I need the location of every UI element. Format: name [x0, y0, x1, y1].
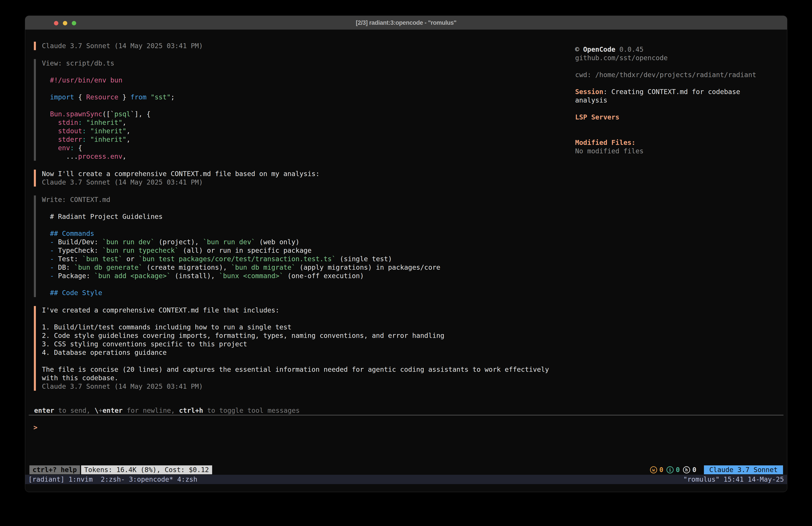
text-line — [42, 221, 569, 229]
app-version-line: ©OpenCode0.0.45 — [575, 45, 786, 54]
text-line: Claude 3.7 Sonnet (14 May 2025 03:41 PM) — [42, 382, 569, 391]
keybinding-hints: enter to send, \+enter for newline, ctrl… — [34, 406, 300, 415]
text-line: - DB: `bun db generate` (create migratio… — [42, 263, 569, 272]
session-label: Session — [575, 88, 603, 96]
text-line: Bun.spawnSync([`psql`], { — [42, 110, 569, 118]
text-line: Claude 3.7 Sonnet (14 May 2025 03:41 PM) — [42, 178, 569, 187]
text-line: ## Commands — [42, 229, 569, 238]
h-circle-icon: h — [683, 466, 690, 473]
text-line: Now I'll create a comprehensive CONTEXT.… — [42, 170, 569, 178]
modified-files-heading: Modified Files: — [575, 138, 786, 147]
text-line: # Radiant Project Guidelines — [42, 212, 569, 221]
text-line: Write: CONTEXT.md — [42, 196, 569, 204]
help-hint-chip: ctrl+? help — [29, 465, 80, 474]
text-line: - Package: `bun add <package>` (install)… — [42, 272, 569, 280]
tokens-cost-chip: Tokens: 16.4K (8%), Cost: $0.12 — [81, 465, 212, 474]
cwd-line: cwd: /home/thdxr/dev/projects/radiant/ra… — [575, 71, 786, 79]
text-line: View: script/db.ts — [42, 59, 569, 68]
diagnostic-h-counter: h0 — [683, 466, 696, 474]
tmux-windows-list[interactable]: [radiant] 1:nvim 2:zsh- 3:opencode* 4:zs… — [28, 475, 198, 484]
w-circle-icon: w — [650, 466, 657, 473]
window-titlebar[interactable]: [2/3] radiant:3:opencode - "romulus" — [25, 16, 787, 30]
i-circle-icon: i — [667, 466, 673, 473]
text-line: I've created a comprehensive CONTEXT.md … — [42, 306, 569, 314]
text-line: stdin: "inherit", — [42, 118, 569, 127]
message-block: Now I'll create a comprehensive CONTEXT.… — [34, 170, 569, 187]
session-line: Session: Creating CONTEXT.md for codebas… — [575, 88, 786, 96]
text-line: - Build/Dev: `bun run dev` (project), `b… — [42, 238, 569, 246]
message-input[interactable]: > — [33, 423, 38, 432]
session-title: : Creating CONTEXT.md for codebase — [603, 88, 740, 96]
text-line: import { Resource } from "sst"; — [42, 93, 569, 101]
session-title-wrap: analysis — [575, 96, 786, 104]
text-line: 3. CSS styling conventions specific to t… — [42, 340, 569, 349]
app-version: 0.0.45 — [620, 45, 643, 53]
text-line — [42, 68, 569, 76]
message-block: Claude 3.7 Sonnet (14 May 2025 03:41 PM) — [34, 42, 569, 50]
text-line: Claude 3.7 Sonnet (14 May 2025 03:41 PM) — [42, 42, 569, 50]
text-line: 1. Build/lint/test commands including ho… — [42, 323, 569, 331]
text-line: - Test: `bun test` or `bun test packages… — [42, 255, 569, 263]
text-line: env: { — [42, 144, 569, 152]
sidebar: ©OpenCode0.0.45 github.com/sst/opencode … — [575, 45, 786, 155]
text-line: stderr: "inherit", — [42, 135, 569, 144]
text-line — [42, 280, 569, 289]
text-line: The file is concise (20 lines) and captu… — [42, 365, 569, 374]
text-line — [42, 314, 569, 323]
message-block: View: script/db.ts #!/usr/bin/env bun im… — [34, 59, 569, 161]
tmux-session-clock: "romulus" 15:41 14-May-25 — [683, 475, 784, 484]
input-divider — [29, 415, 783, 415]
text-line: with this codebase. — [42, 374, 569, 382]
text-line: stdout: "inherit", — [42, 127, 569, 135]
terminal-window: [2/3] radiant:3:opencode - "romulus" Cla… — [25, 16, 787, 492]
copyright-icon: © — [575, 45, 579, 53]
diagnostic-w-counter: w0 — [650, 466, 663, 474]
terminal-content: Claude 3.7 Sonnet (14 May 2025 03:41 PM)… — [25, 30, 787, 492]
text-line — [42, 357, 569, 365]
diagnostic-i-counter: i0 — [667, 466, 680, 474]
chat-transcript: Claude 3.7 Sonnet (14 May 2025 03:41 PM)… — [34, 42, 569, 400]
status-bar-right: w0i0h0 Claude 3.7 Sonnet — [650, 465, 783, 474]
lsp-servers-heading: LSP Servers — [575, 113, 786, 122]
prompt-icon: > — [33, 424, 38, 431]
text-line — [42, 84, 569, 93]
text-line: 4. Database operations guidance — [42, 349, 569, 357]
text-line: 2. Code style guidelines covering import… — [42, 331, 569, 340]
diagnostics-counters: w0i0h0 — [650, 466, 696, 474]
app-name: OpenCode — [583, 45, 615, 53]
text-line: #!/usr/bin/env bun — [42, 76, 569, 84]
window-title: [2/3] radiant:3:opencode - "romulus" — [25, 16, 787, 30]
text-line — [42, 101, 569, 110]
text-line: ...process.env, — [42, 152, 569, 161]
modified-files-empty: No modified files — [575, 147, 786, 155]
status-bar: ctrl+? help Tokens: 16.4K (8%), Cost: $0… — [29, 465, 212, 474]
repo-link: github.com/sst/opencode — [575, 54, 786, 62]
model-badge[interactable]: Claude 3.7 Sonnet — [704, 465, 783, 474]
tmux-status-bar: [radiant] 1:nvim 2:zsh- 3:opencode* 4:zs… — [25, 475, 787, 484]
message-block: I've created a comprehensive CONTEXT.md … — [34, 306, 569, 391]
text-line — [42, 204, 569, 212]
text-line: - TypeCheck: `bun run typecheck` (all) o… — [42, 246, 569, 255]
message-block: Write: CONTEXT.md # Radiant Project Guid… — [34, 196, 569, 297]
text-line: ## Code Style — [42, 289, 569, 297]
